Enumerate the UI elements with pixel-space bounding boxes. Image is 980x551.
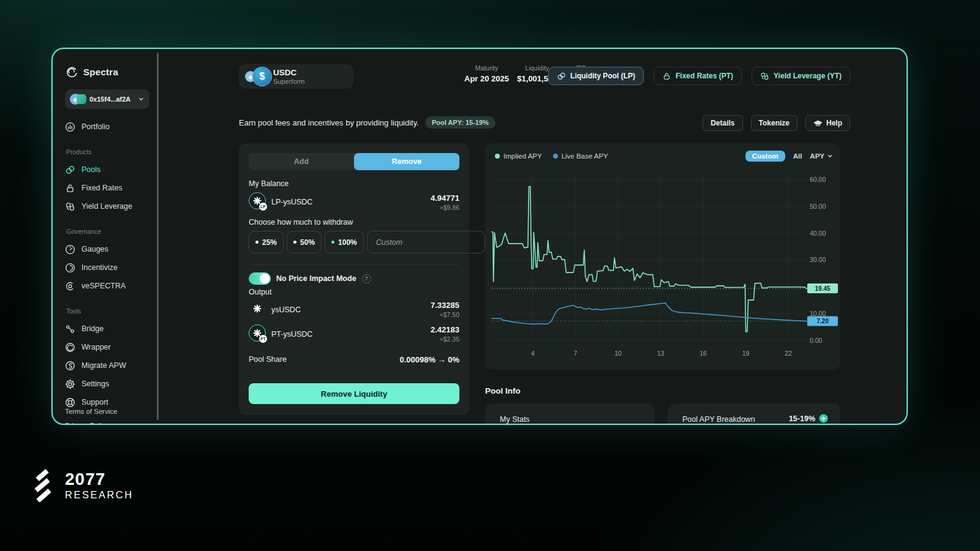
balance-token-name: LP-ysUSDC [271,198,312,206]
output-amount-usd: ≈$2.35 [431,335,459,343]
chart-controls: Custom All APY [745,151,833,162]
range-custom-button[interactable]: Custom [745,151,785,162]
sidebar-item-label: Gauges [81,245,108,253]
pools-icon [65,165,75,175]
withdraw-option-25[interactable]: 25% [249,231,284,253]
sidebar-item-migrate-apw[interactable]: Migrate APW [65,356,149,375]
sidebar-nav: PortfolioProductsPoolsFixed RatesYield L… [65,109,149,411]
sidebar-item-bridge[interactable]: Bridge [65,320,149,338]
app-name: Spectra [83,67,118,77]
output-token-name: ysUSDC [271,305,301,314]
sidebar-item-fixed-rates[interactable]: Fixed Rates [65,179,149,197]
sidebar-item-label: Incentivize [81,263,118,272]
chart-header: Implied APYLive Base APY Custom All APY [495,151,833,162]
withdraw-option-100[interactable]: 100% [325,231,364,253]
svg-text:60.00: 60.00 [810,176,826,183]
sidebar-item-wrapper[interactable]: Wrapper [65,338,149,356]
view-tabs: Liquidity Pool (LP)Fixed Rates (PT)Yield… [548,67,850,85]
chart-card: 60.0050.0040.0030.0010.000.0047101316192… [485,143,840,370]
legend-live-base-apy: Live Base APY [553,152,608,160]
tokenize-button[interactable]: Tokenize [751,115,797,131]
vespectra-icon [65,281,75,291]
sidebar-section-label: Products [66,148,149,156]
sidebar-item-label: Support [81,398,108,407]
lock-icon [662,72,671,81]
output-token-name: PT-ysUSDC [271,330,312,339]
footer-link-terms-of-service[interactable]: Terms of Service [65,408,118,415]
tab-fixed-rates-pt[interactable]: Fixed Rates (PT) [654,67,742,85]
my-stats-card[interactable]: My Stats [485,403,654,425]
no-price-impact-toggle[interactable] [249,272,271,285]
brand-line1: 2077 [65,471,134,488]
withdraw-option-label: 25% [262,238,277,247]
custom-amount-input[interactable] [367,231,485,253]
metric-dropdown-label: APY [810,152,824,160]
wallet-address: 0x15f4...af2A [89,96,130,103]
add-remove-segmented: Add Remove [249,153,459,170]
footer-link-privacy-policy[interactable]: Privacy Policy [65,422,118,425]
tab-label: Yield Leverage (YT) [774,72,842,80]
page-background: Spectra ◆ 0x15f4...af2A PortfolioProduct… [0,0,980,551]
withdraw-option-50[interactable]: 50% [287,231,322,253]
sidebar-item-label: Fixed Rates [81,184,123,192]
output-amount: 2.42183≈$2.35 [431,325,459,343]
wallet-selector[interactable]: ◆ 0x15f4...af2A [65,89,149,109]
market-platform: Superform [273,78,304,85]
token-flower-icon [249,300,266,317]
wallet-network-icons: ◆ [70,94,86,105]
sidebar-item-settings[interactable]: Settings [65,375,149,393]
sidebar-item-yield-leverage[interactable]: Yield Leverage [65,197,149,216]
pt-badge: PT [259,335,267,343]
sparkle-icon [819,414,828,423]
superform-icon [77,94,86,104]
sidebar-item-incentivize[interactable]: Incentivize [65,258,149,277]
liquidity-panel: Add Remove My Balance LP LP-ysUSDC 4.947… [239,143,469,415]
leverage-icon [760,72,769,81]
usdc-icon: $ [252,67,272,86]
tab-remove[interactable]: Remove [354,153,459,170]
tab-yield-leverage-yt[interactable]: Yield Leverage (YT) [752,67,850,85]
research-logo: 2077 RESEARCH [34,469,134,502]
wrapper-icon [65,342,75,353]
pool-apy-breakdown-card[interactable]: Pool APY Breakdown 15-19% [668,403,840,425]
brand-line2: RESEARCH [65,490,134,500]
metric-dropdown[interactable]: APY [810,152,833,160]
radio-dot-icon [331,241,334,244]
sidebar-item-label: Bridge [81,324,104,333]
sidebar-item-portfolio[interactable]: Portfolio [65,118,149,136]
balance-amount-usd: ≈$9.86 [431,204,459,211]
sidebar-item-pools[interactable]: Pools [65,160,149,179]
range-all-button[interactable]: All [793,152,802,160]
svg-text:30.00: 30.00 [810,256,826,263]
withdraw-label: Choose how much to withdraw [249,218,353,227]
legend-dot-icon [553,154,558,159]
balance-amount-value: 4.94771 [431,193,459,203]
action-buttons: DetailsTokenizeHelp [703,115,850,131]
sidebar-item-vespectra[interactable]: veSPECTRA [65,277,149,295]
svg-text:0.00: 0.00 [810,337,823,344]
tab-add[interactable]: Add [249,153,354,170]
details-button[interactable]: Details [703,115,742,131]
token-flower-icon: PT [249,324,266,342]
svg-text:13: 13 [657,350,665,357]
svg-text:7.20: 7.20 [816,318,829,324]
lifebuoy-icon [65,397,75,408]
market-card[interactable]: ◆ $ USDC Superform [239,64,353,89]
stat-maturity: MaturityApr 20 2025 [464,64,509,83]
help-button[interactable]: Help [805,115,850,131]
pool-share-row: Pool Share 0.00098% → 0% [249,355,459,364]
help-icon[interactable]: ? [362,274,371,283]
tab-liquidity-pool-lp[interactable]: Liquidity Pool (LP) [548,67,644,85]
sidebar-item-label: Portfolio [81,122,110,131]
sidebar-spacer [65,109,149,118]
radio-dot-icon [255,241,258,244]
svg-text:10: 10 [614,350,622,357]
gear-icon [65,379,75,389]
sidebar-item-gauges[interactable]: Gauges [65,240,149,258]
remove-liquidity-button[interactable]: Remove Liquidity [249,383,459,404]
no-price-impact-row: No Price Impact Mode ? [249,272,371,285]
svg-text:4: 4 [531,350,535,357]
market-symbol: USDC [273,68,304,77]
subheader: Earn pool fees and incentives by providi… [239,116,496,129]
svg-text:22: 22 [785,350,792,357]
